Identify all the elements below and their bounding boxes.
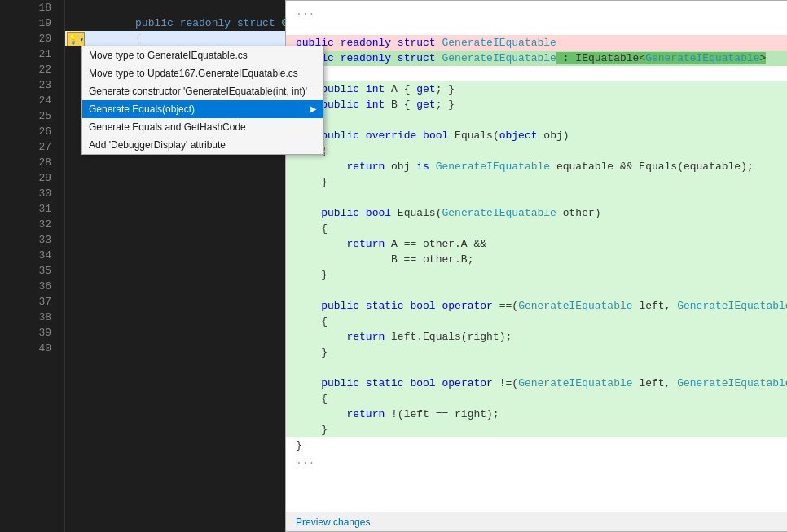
diff-line-ob4: { bbox=[286, 391, 787, 407]
diff-line-return2b: B == other.B; bbox=[286, 252, 787, 267]
diff-line-brace-open: { bbox=[286, 66, 787, 81]
line-num-20: 20 bbox=[0, 31, 58, 46]
submenu-arrow-icon: ▶ bbox=[310, 100, 317, 118]
line-num-25: 25 bbox=[0, 108, 58, 124]
menu-item-label: Move type to GenerateIEquatable.cs bbox=[89, 46, 248, 64]
diff-panel: ... public readonly struct GenerateIEqua… bbox=[285, 0, 787, 532]
lightbulb-icon: 💡 bbox=[68, 34, 79, 45]
line-numbers-gutter: 18 19 20 21 22 23 24 25 26 27 28 29 30 3… bbox=[0, 0, 65, 532]
line-num-37: 37 bbox=[0, 294, 58, 310]
line-num-26: 26 bbox=[0, 124, 58, 139]
line-num-31: 31 bbox=[0, 201, 58, 217]
diff-line-dots2: ... bbox=[286, 453, 787, 468]
editor-container: 18 19 20 21 22 23 24 25 26 27 28 29 30 3… bbox=[0, 0, 787, 532]
menu-item-add-debugger-display[interactable]: Add 'DebuggerDisplay' attribute bbox=[82, 136, 323, 154]
diff-line-added-selected: public readonly struct GenerateIEquatabl… bbox=[286, 51, 787, 66]
menu-item-label: Generate constructor 'GenerateIEquatable… bbox=[89, 82, 307, 100]
diff-line-cb1: } bbox=[286, 174, 787, 190]
diff-footer: Preview changes bbox=[286, 512, 787, 531]
line-num-18: 18 bbox=[0, 0, 58, 15]
line-num-40: 40 bbox=[0, 341, 58, 356]
line-num-36: 36 bbox=[0, 279, 58, 294]
diff-line-op-ne: public static bool operator !=(GenerateI… bbox=[286, 376, 787, 391]
menu-item-generate-equals-hashcode[interactable]: Generate Equals and GetHashCode bbox=[82, 118, 323, 136]
diff-line-blank3 bbox=[286, 190, 787, 205]
line-num-21: 21 bbox=[0, 46, 58, 62]
line-num-29: 29 bbox=[0, 170, 58, 186]
diff-line-ob3: { bbox=[286, 314, 787, 329]
diff-line-override: public override bool Equals(object obj) bbox=[286, 128, 787, 143]
line-num-35: 35 bbox=[0, 263, 58, 279]
diff-line-return3: return left.Equals(right); bbox=[286, 329, 787, 345]
diff-line-0: ... bbox=[286, 4, 787, 20]
diff-line-cb2: } bbox=[286, 267, 787, 283]
diff-line-cb3: } bbox=[286, 345, 787, 360]
diff-content: ... public readonly struct GenerateIEqua… bbox=[286, 1, 787, 512]
diff-line-blank4 bbox=[286, 283, 787, 298]
line-num-23: 23 bbox=[0, 77, 58, 93]
diff-line-blank2 bbox=[286, 112, 787, 128]
menu-item-move-type-update[interactable]: Move type to Update167.GenerateIEquatabl… bbox=[82, 64, 323, 82]
menu-item-label: Add 'DebuggerDisplay' attribute bbox=[89, 136, 226, 154]
preview-changes-link[interactable]: Preview changes bbox=[296, 517, 370, 528]
line-num-39: 39 bbox=[0, 325, 58, 341]
line-num-27: 27 bbox=[0, 139, 58, 155]
menu-item-generate-equals[interactable]: Generate Equals(object) ▶ bbox=[82, 100, 323, 118]
context-menu: Move type to GenerateIEquatable.cs Move … bbox=[81, 46, 324, 155]
lightbulb-dropdown-arrow[interactable]: ▾ bbox=[80, 36, 84, 43]
diff-line-return4: return !(left == right); bbox=[286, 407, 787, 422]
menu-item-generate-constructor[interactable]: Generate constructor 'GenerateIEquatable… bbox=[82, 82, 323, 100]
code-editor[interactable]: public readonly struct GenerateIEquatabl… bbox=[65, 0, 787, 532]
diff-line-blank5 bbox=[286, 360, 787, 376]
menu-item-label: Generate Equals and GetHashCode bbox=[89, 118, 246, 136]
diff-line-bool-equals: public bool Equals(GenerateIEquatable ot… bbox=[286, 205, 787, 221]
menu-item-label: Move type to Update167.GenerateIEquatabl… bbox=[89, 64, 298, 82]
lightbulb-button[interactable]: 💡 ▾ bbox=[67, 32, 85, 46]
line-num-19: 19 bbox=[0, 15, 58, 31]
menu-item-label: Generate Equals(object) bbox=[89, 100, 195, 118]
line-num-30: 30 bbox=[0, 186, 58, 201]
line-num-32: 32 bbox=[0, 217, 58, 232]
diff-line-brace-close: } bbox=[286, 437, 787, 453]
line-num-33: 33 bbox=[0, 232, 58, 248]
diff-line-ob2: { bbox=[286, 221, 787, 236]
diff-line-return1: return obj is GenerateIEquatable equatab… bbox=[286, 159, 787, 174]
diff-line-removed: public readonly struct GenerateIEquatabl… bbox=[286, 35, 787, 51]
diff-line-return2a: return A == other.A && bbox=[286, 236, 787, 252]
line-num-24: 24 bbox=[0, 93, 58, 108]
line-num-22: 22 bbox=[0, 62, 58, 77]
menu-item-move-type-cs[interactable]: Move type to GenerateIEquatable.cs bbox=[82, 46, 323, 64]
diff-line-ob1: { bbox=[286, 143, 787, 159]
line-num-38: 38 bbox=[0, 310, 58, 325]
diff-line-cb4: } bbox=[286, 422, 787, 437]
diff-line-blank bbox=[286, 20, 787, 35]
line-num-34: 34 bbox=[0, 248, 58, 263]
diff-line-prop-b: public int B { get; } bbox=[286, 97, 787, 112]
diff-line-op-eq: public static bool operator ==(GenerateI… bbox=[286, 298, 787, 314]
diff-line-prop-a: public int A { get; } bbox=[286, 81, 787, 97]
line-num-28: 28 bbox=[0, 155, 58, 170]
